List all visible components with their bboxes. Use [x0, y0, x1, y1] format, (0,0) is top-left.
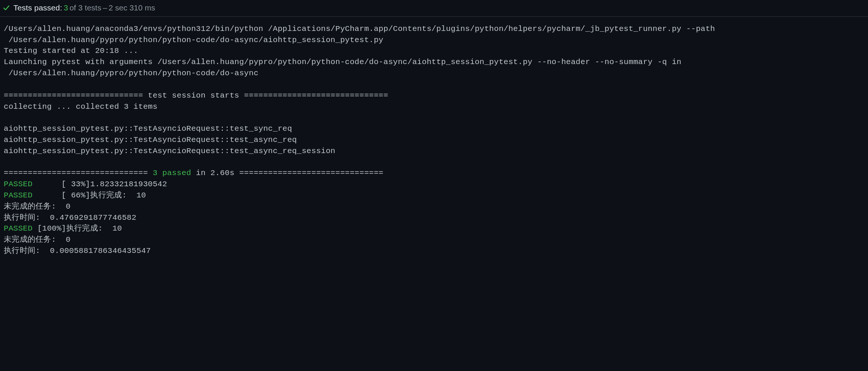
test-item-line: aiohttp_session_pytest.py::TestAsyncioRe… [4, 147, 340, 155]
tests-passed-label: Tests passed: [13, 2, 62, 13]
dash: – [103, 2, 107, 13]
collecting-line: collecting ... collected 3 items [4, 102, 158, 111]
console-output[interactable]: /Users/allen.huang/anaconda3/envs/python… [0, 17, 868, 260]
check-icon [3, 4, 10, 11]
result-line: 未完成的任务: 0 [4, 235, 70, 244]
session-starts-line: ============================= test sessi… [4, 91, 388, 100]
tests-duration: 2 sec 310 ms [109, 2, 155, 13]
console-line: Testing started at 20:18 ... [4, 47, 138, 55]
result-line: PASSED [100%]执行完成: 10 [4, 224, 122, 233]
result-line: PASSED [ 66%]执行完成: 10 [4, 191, 146, 200]
tests-passed-count: 3 [64, 2, 68, 13]
console-line: /Users/allen.huang/pypro/python/python-c… [4, 36, 383, 44]
console-line: /Users/allen.huang/pypro/python/python-c… [4, 69, 259, 77]
passed-badge: PASSED [4, 180, 32, 188]
test-status-header: Tests passed: 3 of 3 tests – 2 sec 310 m… [0, 0, 868, 17]
result-line: 执行时间: 0.0005881786346435547 [4, 247, 151, 255]
passed-badge: PASSED [4, 224, 32, 233]
test-item-line: aiohttp_session_pytest.py::TestAsyncioRe… [4, 136, 302, 144]
passed-count-highlight: 3 passed [153, 169, 191, 177]
summary-line: ============================== 3 passed … [4, 169, 383, 177]
result-line: 未完成的任务: 0 [4, 202, 70, 211]
result-line: 执行时间: 0.4769291877746582 [4, 213, 136, 222]
console-line: /Users/allen.huang/anaconda3/envs/python… [4, 25, 715, 33]
test-item-line: aiohttp_session_pytest.py::TestAsyncioRe… [4, 124, 297, 133]
console-line: Launching pytest with arguments /Users/a… [4, 58, 681, 66]
result-line: PASSED [ 33%]1.82332181930542 [4, 180, 167, 188]
tests-total-label: of 3 tests [70, 2, 101, 13]
passed-badge: PASSED [4, 191, 32, 200]
